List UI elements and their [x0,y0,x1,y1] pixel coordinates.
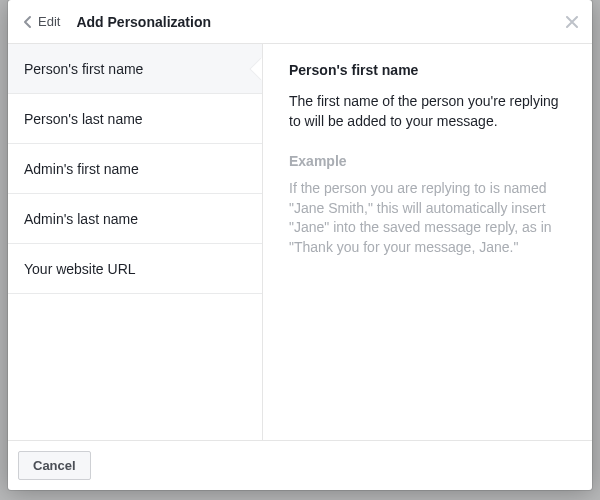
option-persons-first-name[interactable]: Person's first name [8,44,262,94]
modal-titlebar: Edit Add Personalization [8,0,592,44]
detail-title: Person's first name [289,62,570,78]
option-label: Admin's first name [24,161,139,177]
option-label: Admin's last name [24,211,138,227]
chevron-left-icon [20,14,36,30]
option-label: Person's first name [24,61,143,77]
close-button[interactable] [560,10,584,34]
option-admins-last-name[interactable]: Admin's last name [8,194,262,244]
option-label: Person's last name [24,111,143,127]
close-icon [566,16,578,28]
option-admins-first-name[interactable]: Admin's first name [8,144,262,194]
example-heading: Example [289,153,570,169]
back-button[interactable]: Edit [16,10,68,34]
detail-description: The first name of the person you're repl… [289,92,570,131]
option-label: Your website URL [24,261,136,277]
personalization-modal: Edit Add Personalization Person's first … [8,0,592,490]
detail-panel: Person's first name The first name of th… [263,44,592,440]
cancel-button[interactable]: Cancel [18,451,91,480]
option-list: Person's first name Person's last name A… [8,44,263,440]
modal-title: Add Personalization [76,14,211,30]
modal-footer: Cancel [8,440,592,490]
modal-body: Person's first name Person's last name A… [8,44,592,440]
example-text: If the person you are replying to is nam… [289,179,570,257]
back-label: Edit [38,14,60,29]
option-persons-last-name[interactable]: Person's last name [8,94,262,144]
option-website-url[interactable]: Your website URL [8,244,262,294]
